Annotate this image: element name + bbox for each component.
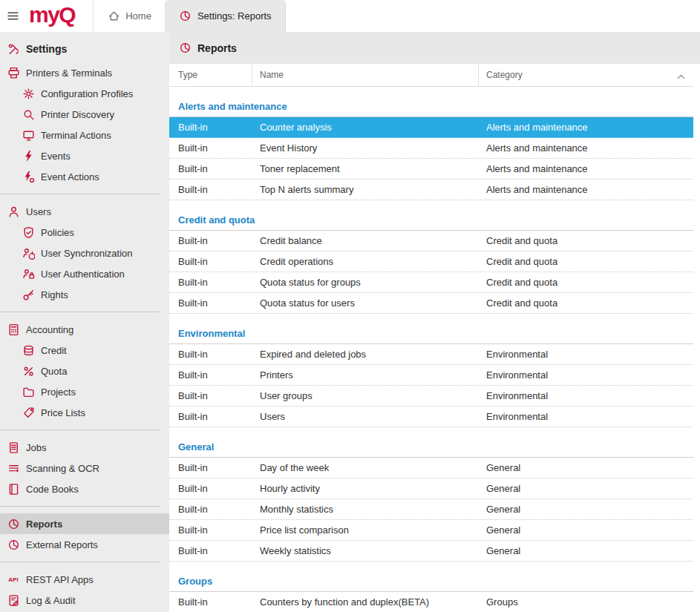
sidebar-item-quota[interactable]: Quota [0,361,169,381]
sidebar-item-label: Code Books [26,484,79,495]
group-header-credit-and-quota: Credit and quota [169,211,693,231]
sidebar-item-printers-terminals[interactable]: Printers & Terminals [0,62,169,83]
cell-type: Built-in [178,142,252,154]
column-header-name[interactable]: Name [252,64,479,87]
pie-chart-icon [179,10,192,23]
tab-settings-label: Settings: Reports [197,10,272,22]
sidebar-item-projects[interactable]: Projects [0,381,169,402]
pie-chart-icon [7,517,20,530]
tab-home[interactable]: Home [93,0,165,32]
cell-name: Credit operations [252,256,479,267]
table-column-header: Type Name Category [169,64,693,87]
sidebar-item-label: Printer Discovery [41,109,114,120]
folder-icon [22,385,35,398]
cell-type: Built-in [178,235,252,246]
cell-category: Alerts and maintenance [479,184,693,195]
cell-category: Credit and quota [479,256,693,267]
sidebar-divider [0,194,160,194]
sidebar-item-label: Policies [41,227,74,238]
sidebar-item-terminal-actions[interactable]: Terminal Actions [0,125,169,145]
table-row-day-of-the-week[interactable]: Built-inDay of the weekGeneral [169,458,693,478]
sidebar-item-label: Price Lists [41,407,85,418]
percent-icon [22,364,35,378]
cell-name: Top N alerts summary [252,184,479,195]
cell-category: Credit and quota [479,277,693,288]
sidebar-item-user-authentication[interactable]: User Authentication [0,263,169,284]
cell-category: Credit and quota [479,235,693,246]
sidebar-item-scanning-ocr[interactable]: Scanning & OCR [0,458,169,478]
table-row-user-groups[interactable]: Built-inUser groupsEnvironmental [169,386,693,407]
group-header-alerts-and-maintenance: Alerts and maintenance [169,97,693,117]
sidebar-item-label: Log & Audit [26,595,76,606]
sidebar-item-jobs[interactable]: Jobs [0,437,169,458]
table-row-counters-by-function-and-duplex-beta[interactable]: Built-inCounters by function and duplex(… [169,592,693,612]
lightning-icon [22,149,35,162]
cell-type: Built-in [178,390,252,401]
page-title: Reports [197,42,237,54]
group-header-environmental: Environmental [169,324,693,344]
column-header-type[interactable]: Type [178,64,252,87]
table-row-weekly-statistics[interactable]: Built-inWeekly statisticsGeneral [169,541,693,562]
table-row-counter-analysis[interactable]: Built-inCounter analysisAlerts and maint… [169,117,693,138]
sidebar-item-accounting[interactable]: Accounting [0,319,169,340]
sidebar-item-configuration-profiles[interactable]: Configuration Profiles [0,83,169,104]
sidebar-item-label: Users [26,206,51,217]
table-row-event-history[interactable]: Built-inEvent HistoryAlerts and maintena… [169,138,693,159]
cell-type: Built-in [178,411,252,422]
table-row-users[interactable]: Built-inUsersEnvironmental [169,407,693,427]
cell-name: Event History [252,142,479,154]
table-row-quota-status-for-users[interactable]: Built-inQuota status for usersCredit and… [169,293,693,314]
sidebar-item-rest-api-apps[interactable]: APIREST API Apps [0,569,169,590]
cell-category: Alerts and maintenance [479,122,693,133]
cell-name: Toner replacement [252,163,479,174]
table-row-expired-and-deleted-jobs[interactable]: Built-inExpired and deleted jobsEnvironm… [169,344,693,365]
table-row-printers[interactable]: Built-inPrintersEnvironmental [169,365,693,386]
table-row-credit-operations[interactable]: Built-inCredit operationsCredit and quot… [169,251,693,272]
column-header-category[interactable]: Category [479,64,693,87]
sidebar-item-credit[interactable]: Credit [0,340,169,361]
cell-category: Groups [479,596,693,608]
cell-name: User groups [252,390,479,401]
hamburger-menu-button[interactable] [0,0,26,32]
page-header: Reports [169,32,700,64]
myq-logo[interactable]: myQ [26,0,93,32]
sidebar-item-label: Event Actions [41,171,99,182]
sidebar-item-label: Rights [41,289,68,300]
cell-type: Built-in [178,369,252,381]
sidebar-item-label: Reports [26,519,62,530]
sidebar-item-reports[interactable]: Reports [0,513,169,534]
sidebar-item-users[interactable]: Users [0,201,169,222]
cell-category: General [479,504,693,515]
table-row-hourly-activity[interactable]: Built-inHourly activityGeneral [169,478,693,499]
sidebar-title: Settings [0,36,169,62]
tab-settings-reports[interactable]: Settings: Reports [165,0,286,32]
sidebar-item-label: REST API Apps [26,574,94,585]
sidebar-item-event-actions[interactable]: Event Actions [0,166,169,187]
table-row-quota-status-for-groups[interactable]: Built-inQuota status for groupsCredit an… [169,272,693,293]
sidebar-item-events[interactable]: Events [0,145,169,166]
table-row-monthly-statistics[interactable]: Built-inMonthly statisticsGeneral [169,499,693,520]
sidebar-item-printer-discovery[interactable]: Printer Discovery [0,104,169,125]
sidebar-item-label: Projects [41,386,76,398]
table-row-toner-replacement[interactable]: Built-inToner replacementAlerts and main… [169,159,693,180]
log-pencil-icon [7,593,20,607]
cell-name: Hourly activity [252,483,479,494]
sidebar-item-policies[interactable]: Policies [0,222,169,243]
table-row-top-n-alerts-summary[interactable]: Built-inTop N alerts summaryAlerts and m… [169,180,693,200]
api-icon: API [7,573,20,586]
sidebar-divider [0,562,160,562]
cell-category: Alerts and maintenance [479,163,693,174]
cell-category: General [479,483,693,494]
sidebar-item-log-audit[interactable]: Log & Audit [0,590,169,611]
group-header-general: General [169,438,693,458]
cell-category: General [479,545,693,556]
sidebar-item-price-lists[interactable]: Price Lists [0,402,169,423]
table-row-price-list-comparison[interactable]: Built-inPrice list comparisonGeneral [169,520,693,541]
sidebar-item-code-books[interactable]: Code Books [0,478,169,499]
sidebar-item-user-synchronization[interactable]: User Synchronization [0,243,169,263]
sidebar-item-rights[interactable]: Rights [0,284,169,305]
table-row-credit-balance[interactable]: Built-inCredit balanceCredit and quota [169,231,693,251]
cell-name: Users [252,411,479,422]
user-auth-icon [22,267,35,280]
sidebar-item-external-reports[interactable]: External Reports [0,534,169,555]
